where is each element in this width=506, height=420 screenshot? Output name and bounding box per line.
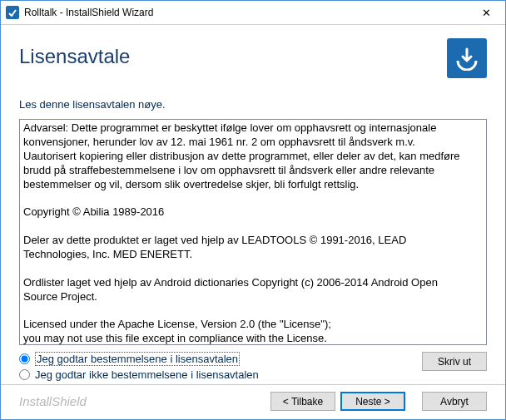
print-button[interactable]: Skriv ut [422,352,487,371]
radio-accept-label: Jeg godtar bestemmelsene i lisensavtalen [35,352,240,366]
radio-decline-input[interactable] [19,369,30,380]
radio-decline-label: Jeg godtar ikke bestemmelsene i lisensav… [35,368,259,381]
installer-window: Rolltalk - InstallShield Wizard ✕ Lisens… [0,0,506,420]
titlebar: Rolltalk - InstallShield Wizard ✕ [1,1,505,25]
close-button[interactable]: ✕ [468,1,505,24]
installshield-logo-icon [447,38,487,78]
radio-accept-input[interactable] [19,353,30,364]
license-textarea[interactable]: Advarsel: Dette programmet er beskyttet … [19,119,487,345]
radio-decline[interactable]: Jeg godtar ikke bestemmelsene i lisensav… [19,368,259,381]
instruction-text: Les denne lisensavtalen nøye. [1,83,505,116]
agreement-radios: Jeg godtar bestemmelsene i lisensavtalen… [1,345,505,384]
window-title: Rolltalk - InstallShield Wizard [24,7,468,18]
back-button[interactable]: < Tilbake [270,392,335,411]
app-icon [6,6,19,19]
next-button[interactable]: Neste > [340,392,405,411]
footer: InstallShield < Tilbake Neste > Avbryt [1,384,505,419]
header: Lisensavtale [1,25,505,83]
cancel-button[interactable]: Avbryt [422,392,487,411]
installshield-brand: InstallShield [19,394,265,408]
radio-accept[interactable]: Jeg godtar bestemmelsene i lisensavtalen [19,352,259,366]
page-title: Lisensavtale [19,45,130,68]
